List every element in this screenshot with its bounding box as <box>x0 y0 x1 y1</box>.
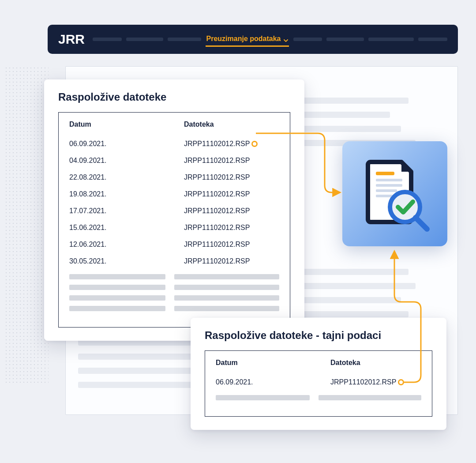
placeholder-rows <box>216 395 421 400</box>
table-row[interactable]: 04.09.2021. JRPP11102012.RSP <box>69 152 279 169</box>
nav-dropdown-label: Preuzimanje podataka <box>206 35 281 43</box>
nav-item-placeholder[interactable] <box>368 38 414 41</box>
table-row[interactable]: 30.05.2021. JRPP11102012.RSP <box>69 253 279 270</box>
document-verified-illustration <box>342 141 447 246</box>
table-row[interactable]: 12.06.2021. JRPP11102012.RSP <box>69 236 279 253</box>
table-row[interactable]: 22.08.2021. JRPP11102012.RSP <box>69 169 279 186</box>
nav-item-placeholder[interactable] <box>326 38 364 41</box>
cell-date: 19.08.2021. <box>69 186 175 203</box>
file-name: JRPP11102012.RSP <box>184 140 250 148</box>
brand-label: JRR <box>58 32 85 47</box>
document-verified-search-icon <box>357 154 432 233</box>
cell-date: 06.09.2021. <box>69 136 175 152</box>
cell-date: 30.05.2021. <box>69 253 175 270</box>
card-title: Raspoložive datoteke - tajni podaci <box>205 329 432 342</box>
cell-file: JRPP11102012.RSP <box>184 219 279 236</box>
top-navbar: JRR Preuzimanje podataka <box>48 25 458 54</box>
card-title: Raspoložive datoteke <box>58 91 290 103</box>
cell-file: JRPP11102012.RSP <box>184 169 279 186</box>
table-row[interactable]: 19.08.2021. JRPP11102012.RSP <box>69 186 279 203</box>
table-row[interactable]: 17.07.2021. JRPP11102012.RSP <box>69 203 279 219</box>
secret-files-table: Datum Datoteka 06.09.2021. JRPP11102012.… <box>205 350 432 417</box>
column-header-date: Datum <box>216 359 322 367</box>
nav-item-placeholder[interactable] <box>126 38 164 41</box>
secret-files-card: Raspoložive datoteke - tajni podaci Datu… <box>191 318 446 430</box>
cell-date: 12.06.2021. <box>69 236 175 253</box>
column-header-file: Datoteka <box>330 359 421 367</box>
files-table: Datum Datoteka 06.09.2021. JRPP11102012.… <box>58 112 290 327</box>
nav-item-placeholder[interactable] <box>418 38 447 41</box>
decorative-dots <box>4 66 49 384</box>
svg-rect-3 <box>376 189 397 192</box>
table-row[interactable]: 15.06.2021. JRPP11102012.RSP <box>69 219 279 236</box>
cell-file: JRPP11102012.RSP <box>184 186 279 203</box>
cell-date: 22.08.2021. <box>69 169 175 186</box>
nav-item-placeholder[interactable] <box>293 38 322 41</box>
cell-date: 15.06.2021. <box>69 219 175 236</box>
table-row[interactable]: 06.09.2021. JRPP11102012.RSP <box>216 374 421 391</box>
connector-dot-icon <box>251 141 258 147</box>
file-name: JRPP11102012.RSP <box>330 378 396 386</box>
svg-rect-0 <box>376 172 394 175</box>
cell-file: JRPP11102012.RSP <box>184 203 279 219</box>
column-header-file: Datoteka <box>184 120 279 128</box>
cell-file: JRPP11102012.RSP <box>184 152 279 169</box>
svg-rect-4 <box>376 195 393 197</box>
cell-file: JRPP11102012.RSP <box>184 253 279 270</box>
svg-rect-2 <box>376 184 402 187</box>
cell-date: 17.07.2021. <box>69 203 175 219</box>
nav-dropdown-preuzimanje[interactable]: Preuzimanje podataka <box>206 32 289 47</box>
cell-date: 04.09.2021. <box>69 152 175 169</box>
table-header-row: Datum Datoteka <box>69 120 279 128</box>
placeholder-rows <box>69 274 279 311</box>
cell-file: JRPP11102012.RSP <box>184 136 279 152</box>
cell-file: JRPP11102012.RSP <box>184 236 279 253</box>
nav-item-placeholder[interactable] <box>168 38 201 41</box>
nav-item-placeholder[interactable] <box>93 38 122 41</box>
column-header-date: Datum <box>69 120 175 128</box>
cell-file: JRPP11102012.RSP <box>330 374 421 391</box>
connector-dot-icon <box>398 379 404 385</box>
svg-rect-1 <box>376 179 402 181</box>
chevron-down-icon <box>284 37 288 41</box>
table-header-row: Datum Datoteka <box>216 359 421 367</box>
table-row[interactable]: 06.09.2021. JRPP11102012.RSP <box>69 136 279 152</box>
cell-date: 06.09.2021. <box>216 374 322 391</box>
available-files-card: Raspoložive datoteke Datum Datoteka 06.0… <box>44 79 304 341</box>
